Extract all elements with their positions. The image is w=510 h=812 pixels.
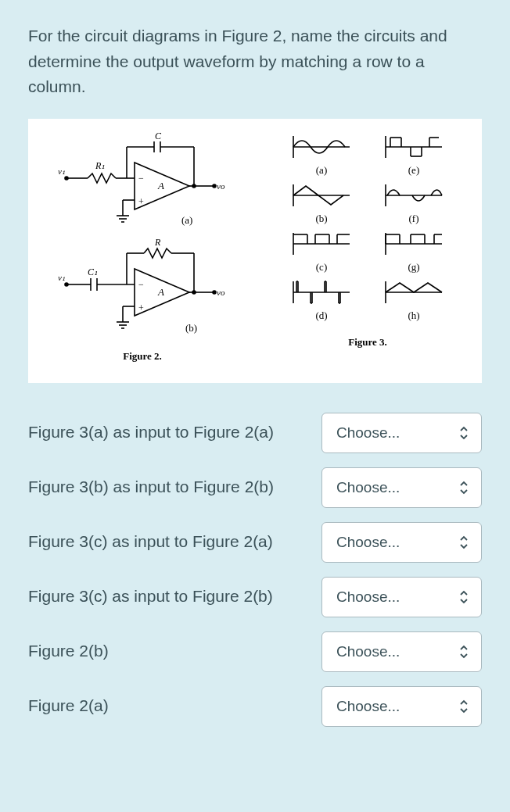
match-row: Figure 3(c) as input to Figure 2(a) Choo… xyxy=(28,522,482,563)
svg-text:vo: vo xyxy=(217,181,225,191)
svg-text:C₁: C₁ xyxy=(88,266,98,277)
svg-point-14 xyxy=(192,184,196,188)
select-value[interactable]: Choose... xyxy=(321,686,482,727)
answer-select[interactable]: Choose... xyxy=(321,413,482,453)
svg-point-1 xyxy=(65,177,68,180)
svg-text:v₁: v₁ xyxy=(58,166,65,176)
waveform-g: (g) xyxy=(381,228,447,274)
waveform-h: (h) xyxy=(381,277,447,322)
answer-select[interactable]: Choose... xyxy=(321,577,482,617)
svg-text:(b): (b) xyxy=(185,322,197,334)
waveform-b: (b) xyxy=(289,180,354,225)
svg-text:(a): (a) xyxy=(181,214,192,226)
circuit-diagram-a: A − + xyxy=(56,131,228,233)
select-value[interactable]: Choose... xyxy=(321,467,482,508)
figure-2-column: A − + xyxy=(45,131,239,363)
svg-text:A: A xyxy=(157,286,164,298)
svg-point-13 xyxy=(213,184,216,188)
svg-text:A: A xyxy=(157,180,164,191)
svg-text:+: + xyxy=(138,302,144,313)
match-row: Figure 3(c) as input to Figure 2(b) Choo… xyxy=(28,577,482,617)
svg-text:−: − xyxy=(138,279,144,290)
match-label: Figure 3(c) as input to Figure 2(b) xyxy=(28,585,306,608)
answer-select[interactable]: Choose... xyxy=(321,467,482,508)
match-row: Figure 2(a) Choose... xyxy=(28,686,482,727)
match-row: Figure 3(a) as input to Figure 2(a) Choo… xyxy=(28,413,482,453)
match-label: Figure 2(a) xyxy=(28,694,306,717)
select-value[interactable]: Choose... xyxy=(321,413,482,453)
answer-select[interactable]: Choose... xyxy=(321,686,482,727)
waveform-f: (f) xyxy=(381,180,447,225)
svg-text:R: R xyxy=(154,238,161,248)
waveform-c: (c) xyxy=(289,228,354,274)
answer-select[interactable]: Choose... xyxy=(321,522,482,563)
svg-point-39 xyxy=(192,291,196,294)
svg-text:−: − xyxy=(138,173,144,184)
svg-point-38 xyxy=(213,291,216,294)
match-label: Figure 3(b) as input to Figure 2(b) xyxy=(28,475,306,499)
match-row: Figure 3(b) as input to Figure 2(b) Choo… xyxy=(28,467,482,508)
figure-3-caption: Figure 3. xyxy=(348,336,387,349)
svg-text:vo: vo xyxy=(217,288,225,297)
answer-select[interactable]: Choose... xyxy=(321,631,482,672)
select-value[interactable]: Choose... xyxy=(321,522,482,563)
waveform-a: (a) xyxy=(289,131,354,177)
figure-3-column: (a) (e) (b) xyxy=(271,131,465,363)
question-container: For the circuit diagrams in Figure 2, na… xyxy=(14,14,496,736)
waveform-grid: (a) (e) (b) xyxy=(289,131,447,322)
waveform-e: (e) xyxy=(381,131,447,177)
select-value[interactable]: Choose... xyxy=(321,577,482,617)
match-row: Figure 2(b) Choose... xyxy=(28,631,482,672)
svg-text:v₁: v₁ xyxy=(58,273,65,282)
svg-point-26 xyxy=(65,283,68,286)
svg-text:R₁: R₁ xyxy=(95,160,105,171)
figure-area: A − + xyxy=(28,119,482,383)
match-label: Figure 2(b) xyxy=(28,639,306,663)
select-value[interactable]: Choose... xyxy=(321,631,482,672)
svg-text:C: C xyxy=(155,131,162,141)
waveform-d: (d) xyxy=(289,277,354,322)
question-text: For the circuit diagrams in Figure 2, na… xyxy=(28,23,482,100)
figure-2-caption: Figure 2. xyxy=(123,350,162,363)
match-rows: Figure 3(a) as input to Figure 2(a) Choo… xyxy=(28,413,482,727)
svg-text:+: + xyxy=(138,196,144,207)
match-label: Figure 3(c) as input to Figure 2(a) xyxy=(28,530,306,553)
match-label: Figure 3(a) as input to Figure 2(a) xyxy=(28,420,306,444)
circuit-diagram-b: A − + xyxy=(56,238,228,339)
